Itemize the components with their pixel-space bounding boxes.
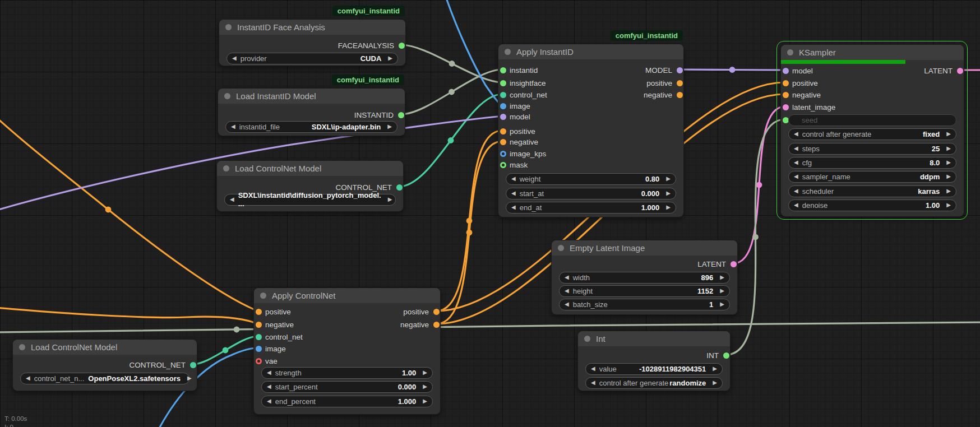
node-load-instantid-model[interactable]: Load InstantID Modelcomfyui_instantidINS… [218, 88, 405, 136]
node-load-controlnet-model-bottom[interactable]: Load ControlNet ModelCONTROL_NET◀control… [12, 339, 197, 391]
decrement-arrow-icon[interactable]: ◀ [794, 202, 798, 208]
decrement-arrow-icon[interactable]: ◀ [591, 380, 595, 386]
decrement-arrow-icon[interactable]: ◀ [565, 301, 569, 307]
widget-steps[interactable]: ◀steps25▶ [788, 143, 956, 155]
input-slot-positive-dot[interactable] [500, 128, 506, 134]
input-slot-negative-dot[interactable] [783, 92, 789, 98]
output-slot-LATENT-dot[interactable] [731, 261, 737, 267]
node-collapse-dot[interactable] [19, 344, 25, 350]
widget-denoise[interactable]: ◀denoise1.00▶ [788, 199, 956, 211]
decrement-arrow-icon[interactable]: ◀ [267, 370, 271, 375]
node-empty-latent-image[interactable]: Empty Latent ImageLATENT◀width896▶◀heigh… [551, 240, 738, 315]
output-slot-FACEANALYSIS-dot[interactable] [399, 43, 405, 49]
node-title-bar[interactable]: KSampler [781, 45, 964, 60]
decrement-arrow-icon[interactable]: ◀ [591, 366, 595, 372]
increment-arrow-icon[interactable]: ▶ [720, 301, 724, 307]
widget-file[interactable]: ◀SDXL\instantid\diffusion_pytorch_model.… [224, 194, 396, 206]
node-title-bar[interactable]: Apply ControlNet [254, 288, 440, 303]
node-load-controlnet-model-top[interactable]: Load ControlNet ModelCONTROL_NET◀SDXL\in… [216, 160, 404, 212]
decrement-arrow-icon[interactable]: ◀ [267, 398, 271, 404]
output-slot-negative-dot[interactable] [677, 92, 683, 98]
input-slot-mask-dot[interactable] [500, 162, 506, 168]
widget-sampler_name[interactable]: ◀sampler_nameddpm▶ [788, 171, 956, 183]
increment-arrow-icon[interactable]: ▶ [387, 124, 392, 129]
node-collapse-dot[interactable] [225, 24, 232, 30]
node-title-bar[interactable]: Load InstantID Model [218, 89, 405, 104]
decrement-arrow-icon[interactable]: ◀ [230, 197, 234, 202]
node-collapse-dot[interactable] [223, 165, 229, 171]
widget-height[interactable]: ◀height1152▶ [559, 285, 730, 297]
widget-scheduler[interactable]: ◀schedulerkarras▶ [788, 185, 956, 197]
widget-cfg[interactable]: ◀cfg8.0▶ [788, 157, 956, 169]
input-slot-image-dot[interactable] [500, 103, 506, 109]
node-instantid-face-analysis[interactable]: InstantID Face Analysiscomfyui_instantid… [219, 19, 406, 66]
input-slot-insightface-dot[interactable] [500, 80, 506, 86]
input-slot-image-dot[interactable] [256, 346, 262, 352]
increment-arrow-icon[interactable]: ▶ [946, 188, 951, 194]
input-slot-negative-dot[interactable] [256, 322, 262, 328]
node-collapse-dot[interactable] [260, 293, 266, 299]
input-slot-positive-dot[interactable] [783, 80, 789, 86]
increment-arrow-icon[interactable]: ▶ [187, 375, 192, 381]
decrement-arrow-icon[interactable]: ◀ [565, 275, 569, 280]
node-collapse-dot[interactable] [787, 49, 793, 55]
node-title-bar[interactable]: Load ControlNet Model [13, 340, 197, 355]
widget-start_percent[interactable]: ◀start_percent0.000▶ [261, 381, 433, 393]
increment-arrow-icon[interactable]: ▶ [388, 55, 392, 61]
node-collapse-dot[interactable] [224, 93, 230, 99]
node-collapse-dot[interactable] [584, 336, 590, 342]
node-title-bar[interactable]: Empty Latent Image [552, 240, 737, 256]
increment-arrow-icon[interactable]: ▶ [946, 131, 951, 137]
node-title-bar[interactable]: Load ControlNet Model [217, 161, 403, 176]
input-slot-positive-dot[interactable] [256, 309, 262, 315]
decrement-arrow-icon[interactable]: ◀ [794, 146, 798, 151]
output-slot-CONTROL_NET-dot[interactable] [396, 184, 403, 191]
node-int[interactable]: IntINT◀value-1028911982904351▶◀control a… [577, 331, 731, 391]
widget-value[interactable]: ◀value-1028911982904351▶ [585, 363, 723, 375]
node-collapse-dot[interactable] [505, 49, 511, 55]
increment-arrow-icon[interactable]: ▶ [423, 370, 427, 375]
widget-control_net_n...[interactable]: ◀control_net_n...OpenPoseXL2.safetensors… [20, 373, 189, 384]
decrement-arrow-icon[interactable]: ◀ [794, 131, 798, 137]
increment-arrow-icon[interactable]: ▶ [713, 366, 717, 372]
node-title-bar[interactable]: InstantID Face Analysis [219, 20, 405, 35]
output-slot-MODEL-dot[interactable] [677, 67, 683, 73]
output-slot-CONTROL_NET-dot[interactable] [190, 362, 196, 368]
graph-canvas[interactable]: T: 0.00s I: 0 InstantID Face Analysiscom… [0, 0, 980, 427]
output-slot-positive-dot[interactable] [433, 309, 440, 315]
widget-control after generate[interactable]: ◀control after generatefixed▶ [788, 128, 956, 140]
node-ksampler[interactable]: KSamplermodelpositivenegativelatent_imag… [780, 44, 964, 217]
decrement-arrow-icon[interactable]: ◀ [26, 375, 30, 381]
decrement-arrow-icon[interactable]: ◀ [511, 191, 516, 196]
widget-strength[interactable]: ◀strength1.00▶ [261, 367, 433, 379]
widget-provider[interactable]: ◀providerCUDA▶ [226, 53, 398, 64]
increment-arrow-icon[interactable]: ▶ [946, 160, 951, 165]
node-title-bar[interactable]: Int [578, 331, 730, 346]
increment-arrow-icon[interactable]: ▶ [946, 174, 951, 179]
decrement-arrow-icon[interactable]: ◀ [565, 288, 569, 294]
increment-arrow-icon[interactable]: ▶ [946, 146, 951, 151]
widget-width[interactable]: ◀width896▶ [559, 272, 730, 284]
widget-batch_size[interactable]: ◀batch_size1▶ [559, 299, 730, 310]
output-slot-INT-dot[interactable] [723, 352, 729, 359]
input-slot-model-dot[interactable] [500, 114, 506, 120]
output-slot-negative-dot[interactable] [433, 322, 440, 328]
decrement-arrow-icon[interactable]: ◀ [511, 176, 516, 182]
decrement-arrow-icon[interactable]: ◀ [231, 124, 235, 129]
increment-arrow-icon[interactable]: ▶ [666, 176, 671, 182]
node-apply-instantid[interactable]: Apply InstantIDcomfyui_instantidinstanti… [498, 44, 684, 217]
increment-arrow-icon[interactable]: ▶ [388, 197, 392, 202]
increment-arrow-icon[interactable]: ▶ [720, 288, 724, 294]
widget-start_at[interactable]: ◀start_at0.000▶ [506, 188, 676, 199]
input-slot-model-dot[interactable] [783, 68, 789, 74]
node-title-bar[interactable]: Apply InstantID [498, 44, 683, 59]
widget-control after generate[interactable]: ◀control after generaterandomize▶ [585, 377, 723, 389]
increment-arrow-icon[interactable]: ▶ [666, 191, 671, 196]
increment-arrow-icon[interactable]: ▶ [666, 205, 671, 210]
input-slot-instantid-dot[interactable] [500, 67, 506, 73]
widget-seed[interactable]: seed [788, 114, 956, 126]
increment-arrow-icon[interactable]: ▶ [720, 275, 724, 280]
increment-arrow-icon[interactable]: ▶ [423, 384, 427, 389]
output-slot-positive-dot[interactable] [677, 80, 683, 86]
widget-end_percent[interactable]: ◀end_percent1.000▶ [261, 396, 433, 407]
